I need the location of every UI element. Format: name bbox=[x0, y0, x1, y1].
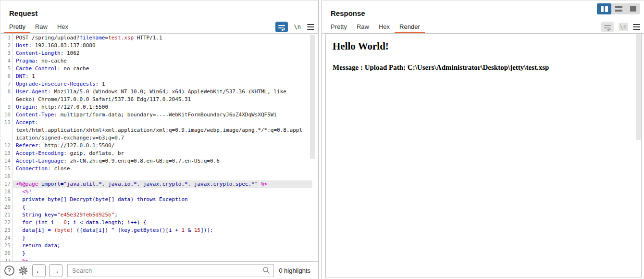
response-panel: Response Pretty Raw Hex Render \n Hello … bbox=[322, 0, 644, 279]
hamburger-menu-icon[interactable] bbox=[307, 24, 314, 30]
code-row: 6DNT: 1 bbox=[0, 73, 312, 80]
single-layout-icon[interactable] bbox=[626, 3, 640, 14]
render-heading: Hello World! bbox=[333, 40, 634, 52]
code-row: 9Origin: http://127.0.0.1:5500 bbox=[0, 103, 312, 111]
request-editor[interactable]: 1POST /spring/upload?filename=test.xsp H… bbox=[0, 34, 312, 261]
tab-response-render[interactable]: Render bbox=[395, 21, 425, 33]
code-row: 15Connection: close bbox=[0, 165, 312, 173]
render-message: Message : Upload Path: C:\Users\Administ… bbox=[333, 63, 634, 72]
tab-request-pretty[interactable]: Pretty bbox=[4, 21, 30, 33]
code-row: 2Host: 192.168.83.137:8080 bbox=[0, 42, 312, 50]
request-search-bar: ? ← → 0 highlights bbox=[0, 261, 318, 279]
code-row: 23 data[i] = (byte) ((data[i]) ^ (key.ge… bbox=[0, 227, 312, 234]
request-editor-toolbar: \n bbox=[275, 21, 314, 33]
tab-response-pretty[interactable]: Pretty bbox=[326, 21, 352, 33]
code-row: 26 } bbox=[0, 250, 312, 257]
layout-switcher bbox=[597, 3, 640, 14]
code-row: 10Content-Type: multipart/form-data; bou… bbox=[0, 111, 312, 119]
code-row: 18 <%! bbox=[0, 188, 312, 196]
search-icon bbox=[262, 266, 270, 274]
search-input[interactable] bbox=[67, 264, 274, 277]
gear-icon[interactable] bbox=[18, 265, 29, 276]
code-row: 4Pragma: no-cache bbox=[0, 57, 312, 65]
code-row: 13Accept-Encoding: gzip, deflate, br bbox=[0, 150, 312, 157]
tab-response-hex[interactable]: Hex bbox=[374, 21, 395, 33]
code-row: 5Cache-Control: no-cache bbox=[0, 65, 312, 73]
request-panel: Request Pretty Raw Hex \n 1POST /spring/… bbox=[0, 0, 319, 279]
code-row: 11Accept: bbox=[0, 119, 312, 127]
code-row: 21 String key="e45e329feb5d925b"; bbox=[0, 211, 312, 219]
response-scrollbar[interactable] bbox=[636, 34, 641, 140]
help-circle-icon[interactable]: ? bbox=[4, 266, 14, 276]
code-row: ication/signed-exchange;v=b3;q=0.7 bbox=[0, 134, 312, 142]
code-row: 17<%@page import="java.util.*, java.io.*… bbox=[0, 180, 312, 188]
word-wrap-icon[interactable] bbox=[601, 22, 614, 32]
request-editor-rows: 1POST /spring/upload?filename=test.xsp H… bbox=[0, 34, 312, 261]
newline-toggle-icon[interactable]: \n bbox=[293, 23, 302, 31]
response-title: Response bbox=[331, 9, 365, 17]
code-row: 27 %> bbox=[0, 257, 312, 261]
arrow-right-icon[interactable]: → bbox=[49, 264, 62, 277]
request-title: Request bbox=[9, 9, 37, 17]
code-row: 20 { bbox=[0, 203, 312, 211]
tab-response-raw[interactable]: Raw bbox=[352, 21, 374, 33]
request-scrollbar[interactable] bbox=[310, 35, 315, 159]
search-field-wrap bbox=[67, 264, 274, 277]
tab-request-raw[interactable]: Raw bbox=[30, 21, 52, 33]
columns-layout-icon[interactable] bbox=[597, 3, 611, 14]
response-tabs: Pretty Raw Hex Render bbox=[322, 21, 644, 34]
code-row: Gecko) Chrome/117.0.0.0 Safari/537.36 Ed… bbox=[0, 96, 312, 103]
arrow-left-icon[interactable]: ← bbox=[32, 264, 46, 277]
code-row: 16 bbox=[0, 173, 312, 180]
hamburger-menu-icon[interactable] bbox=[633, 24, 640, 30]
tab-request-hex[interactable]: Hex bbox=[52, 21, 73, 33]
code-row: 1POST /spring/upload?filename=test.xsp H… bbox=[0, 34, 312, 42]
newline-toggle-icon[interactable]: \n bbox=[619, 23, 628, 31]
code-row: 25 return data; bbox=[0, 242, 312, 250]
code-row: text/html,application/xhtml+xml,applicat… bbox=[0, 127, 312, 134]
code-row: 14Accept-Language: zh-CN,zh;q=0.9,en;q=0… bbox=[0, 157, 312, 165]
highlights-count: 0 highlights bbox=[279, 267, 314, 274]
word-wrap-icon[interactable] bbox=[275, 22, 288, 32]
request-tabs: Pretty Raw Hex bbox=[0, 21, 318, 34]
code-row: 24 } bbox=[0, 234, 312, 242]
rows-layout-icon[interactable] bbox=[611, 3, 626, 14]
code-row: 19 private byte[] Decrypt(byte[] data) t… bbox=[0, 196, 312, 203]
response-render-view: Hello World! Message : Upload Path: C:\U… bbox=[325, 34, 642, 278]
code-row: 3Content-Length: 1062 bbox=[0, 50, 312, 57]
code-row: 8User-Agent: Mozilla/5.0 (Windows NT 10.… bbox=[0, 88, 312, 96]
response-editor-toolbar: \n bbox=[601, 21, 640, 33]
code-row: 12Referer: http://127.0.0.1:5500/ bbox=[0, 142, 312, 150]
code-row: 7Upgrade-Insecure-Requests: 1 bbox=[0, 80, 312, 88]
code-row: 22 for (int i = 0; i < data.length; i++)… bbox=[0, 219, 312, 227]
